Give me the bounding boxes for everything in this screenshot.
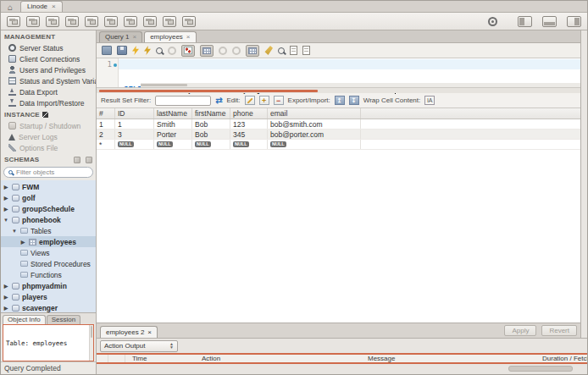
chevron-right-icon[interactable]: ▶ bbox=[3, 195, 9, 201]
toggle-right-panel-button[interactable] bbox=[567, 16, 581, 27]
column-header-message[interactable]: Message bbox=[368, 355, 542, 362]
editor-code-area[interactable]: SELECT * FROM phonebook.employees WHERE … bbox=[119, 58, 580, 87]
tab-employees-2[interactable]: employees 2 × bbox=[100, 326, 158, 338]
tree-item-employees[interactable]: ▶ employees bbox=[1, 236, 96, 247]
cell-null[interactable]: NULL bbox=[268, 140, 361, 149]
toggle-bottom-panel-button[interactable] bbox=[542, 16, 557, 27]
column-header-duration[interactable]: Duration / Fetch bbox=[542, 355, 587, 362]
sidebar-item-startup-shutdown[interactable]: Startup / Shutdown bbox=[1, 120, 96, 131]
search-data-icon[interactable] bbox=[143, 16, 157, 27]
find-objects-icon[interactable] bbox=[163, 16, 176, 27]
sidebar-item-data-import[interactable]: Data Import/Restore bbox=[1, 97, 96, 108]
reformat-script-icon[interactable] bbox=[182, 16, 196, 27]
tree-item-golf[interactable]: ▶ golf bbox=[1, 192, 96, 203]
column-header-row-number[interactable]: # bbox=[97, 108, 115, 119]
cell-null[interactable]: NULL bbox=[115, 140, 154, 149]
cell-null[interactable]: NULL bbox=[154, 140, 192, 149]
explain-query-icon[interactable] bbox=[156, 47, 163, 54]
open-sql-script-icon[interactable] bbox=[26, 16, 40, 27]
tree-item-views[interactable]: Views bbox=[1, 247, 96, 258]
execute-query-icon[interactable] bbox=[132, 46, 139, 55]
new-table-icon[interactable] bbox=[65, 16, 79, 27]
chevron-right-icon[interactable]: ▶ bbox=[3, 294, 9, 300]
cell-email[interactable]: bob@porter.com bbox=[268, 130, 361, 139]
close-icon[interactable]: × bbox=[186, 33, 191, 41]
schemas-collapse-icon[interactable] bbox=[74, 157, 80, 163]
chevron-right-icon[interactable]: ▶ bbox=[3, 206, 9, 212]
execute-current-statement-icon[interactable] bbox=[144, 46, 151, 55]
tab-session[interactable]: Session bbox=[47, 315, 80, 324]
editor-result-splitter[interactable] bbox=[97, 87, 580, 93]
schema-filter-box[interactable]: Filter objects bbox=[3, 167, 93, 178]
close-icon[interactable]: × bbox=[52, 3, 56, 10]
open-file-icon[interactable] bbox=[102, 46, 112, 55]
toggle-left-panel-button[interactable] bbox=[518, 16, 532, 27]
cell-null[interactable]: NULL bbox=[192, 140, 230, 149]
tab-employees[interactable]: employees × bbox=[144, 31, 196, 42]
clear-query-icon[interactable] bbox=[264, 46, 273, 55]
tree-item-fwm[interactable]: ▶ FWM bbox=[1, 181, 96, 192]
cell-id[interactable]: 3 bbox=[115, 130, 154, 139]
chevron-right-icon[interactable]: ▶ bbox=[3, 184, 9, 190]
action-output-hscrollbar[interactable] bbox=[97, 364, 587, 374]
cell-lastname[interactable]: Porter bbox=[154, 130, 192, 139]
scrollbar-thumb[interactable] bbox=[508, 366, 573, 372]
cell-phone[interactable]: 345 bbox=[230, 130, 268, 139]
new-procedure-icon[interactable] bbox=[104, 16, 118, 27]
sidebar-item-client-connections[interactable]: Client Connections bbox=[1, 53, 96, 64]
tab-query-1[interactable]: Query 1 × bbox=[99, 31, 142, 42]
new-query-tab-icon[interactable] bbox=[7, 16, 20, 27]
cell-phone[interactable]: 123 bbox=[230, 119, 268, 129]
autocommit-toggle[interactable] bbox=[246, 45, 259, 57]
new-view-icon[interactable] bbox=[85, 16, 98, 27]
tree-item-phpmyadmin[interactable]: ▶ phpmyadmin bbox=[1, 280, 96, 291]
cell-firstname[interactable]: Bob bbox=[192, 130, 230, 139]
chevron-right-icon[interactable]: ▶ bbox=[19, 239, 26, 245]
column-header-time[interactable]: Time bbox=[125, 355, 202, 362]
revert-button[interactable]: Revert bbox=[541, 325, 577, 336]
sidebar-item-status-variables[interactable]: Status and System Variables bbox=[1, 75, 96, 86]
close-icon[interactable]: × bbox=[132, 33, 136, 41]
save-icon[interactable] bbox=[117, 46, 127, 55]
sidebar-item-options-file[interactable]: Options File bbox=[1, 142, 96, 153]
cell-id[interactable]: 1 bbox=[115, 119, 154, 129]
limit-rows-toggle[interactable] bbox=[200, 45, 214, 57]
tree-item-groupschedule[interactable]: ▶ groupSchedule bbox=[1, 203, 96, 214]
tree-item-stored-procedures[interactable]: Stored Procedures bbox=[1, 258, 96, 269]
new-function-icon[interactable] bbox=[124, 16, 137, 27]
tree-item-functions[interactable]: Functions bbox=[1, 269, 96, 280]
schemas-refresh-icon[interactable] bbox=[86, 157, 92, 163]
sidebar-item-users-privileges[interactable]: Users and Privileges bbox=[1, 64, 96, 75]
connection-tab[interactable]: Linode × bbox=[20, 1, 63, 12]
column-header-action[interactable]: Action bbox=[202, 355, 368, 362]
stop-on-error-toggle[interactable] bbox=[181, 45, 195, 57]
chevron-right-icon[interactable]: ▶ bbox=[3, 305, 9, 311]
tree-item-scavenger[interactable]: ▶ scavenger bbox=[1, 302, 96, 312]
chevron-right-icon[interactable]: ▶ bbox=[3, 283, 9, 289]
tree-item-tables[interactable]: ▼ Tables bbox=[1, 225, 96, 236]
cell-firstname[interactable]: Bob bbox=[192, 119, 230, 129]
wrap-text-icon[interactable] bbox=[302, 46, 310, 55]
table-row[interactable]: 1 1 Smith Bob 123 bob@smith.com bbox=[97, 119, 580, 130]
home-tab-icon[interactable]: ⌂ bbox=[8, 3, 13, 12]
collapsed-right-panel[interactable] bbox=[580, 30, 587, 338]
tree-item-players[interactable]: ▶ players bbox=[1, 291, 96, 302]
sidebar-item-server-logs[interactable]: Server Logs bbox=[1, 131, 96, 142]
scrollbar-thumb[interactable] bbox=[141, 84, 187, 86]
table-row[interactable]: 2 3 Porter Bob 345 bob@porter.com bbox=[97, 130, 580, 140]
sql-editor[interactable]: 1 SELECT * FROM phonebook.employees WHER… bbox=[97, 58, 580, 87]
cell-lastname[interactable]: Smith bbox=[154, 119, 192, 129]
object-info-scrollbar[interactable] bbox=[89, 325, 93, 361]
invisible-chars-icon[interactable] bbox=[290, 46, 297, 55]
tree-item-phonebook[interactable]: ▼ phonebook bbox=[1, 214, 96, 225]
cell-null[interactable]: NULL bbox=[230, 140, 268, 149]
new-schema-icon[interactable] bbox=[46, 16, 59, 27]
output-selector-dropdown[interactable]: Action Output ▲▼ bbox=[100, 340, 178, 352]
find-icon[interactable] bbox=[278, 47, 285, 54]
apply-button[interactable]: Apply bbox=[504, 325, 536, 336]
sidebar-item-data-export[interactable]: Data Export bbox=[1, 86, 96, 97]
tab-object-info[interactable]: Object Info bbox=[3, 315, 46, 324]
close-icon[interactable]: × bbox=[147, 328, 152, 336]
table-row-new[interactable]: * NULL NULL NULL NULL NULL bbox=[97, 140, 580, 150]
chevron-down-icon[interactable]: ▼ bbox=[3, 218, 9, 223]
